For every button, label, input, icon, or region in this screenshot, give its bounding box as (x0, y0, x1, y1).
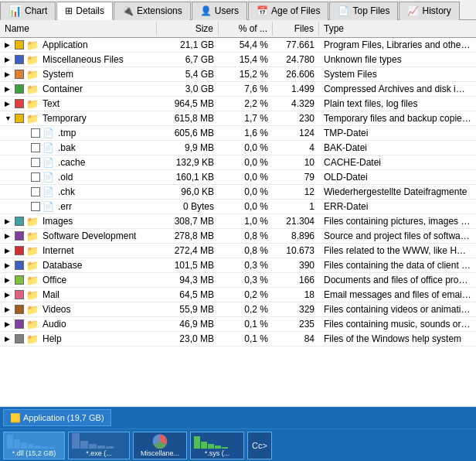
tab-users[interactable]: 👤 Users (192, 2, 247, 20)
cell-type: Wiederhergestellte Dateifragmente (319, 186, 476, 198)
taskbar-app-btn[interactable]: 🟨 Application (19,7 GB) (3, 409, 111, 426)
cell-percent: 0,0 % (219, 156, 273, 169)
table-row[interactable]: ▶ 📁 Software Development 278,8 MB 0,8 % … (0, 229, 476, 244)
row-name-label: Temporary (42, 113, 87, 124)
cell-type: CACHE-Datei (319, 156, 476, 169)
thumb-exe[interactable]: *.exe (... (68, 432, 130, 459)
table-row[interactable]: 📄 .cache 132,9 KB 0,0 % 10 CACHE-Datei (0, 155, 476, 170)
thumb-dll[interactable]: *.dll (15,2 GB) (3, 432, 65, 459)
file-icon: 📄 (42, 157, 54, 168)
cell-type: ERR-Datei (319, 200, 476, 213)
table-row[interactable]: ▶ 📁 Audio 46,9 MB 0,1 % 235 Files contai… (0, 317, 476, 332)
expand-arrow[interactable]: ▶ (5, 56, 12, 63)
expand-arrow[interactable]: ▶ (5, 232, 12, 240)
table-row[interactable]: ▶ 📁 Text 964,5 MB 2,2 % 4.329 Plain text… (0, 97, 476, 111)
col-type[interactable]: Type (319, 22, 476, 36)
tab-extensions[interactable]: 🔌 Extensions (114, 2, 191, 20)
row-name-label: Text (42, 98, 60, 109)
cell-files: 10.673 (273, 244, 319, 257)
row-name-label: .chk (58, 186, 75, 197)
tab-top-files[interactable]: 📄 Top Files (329, 2, 398, 20)
cell-type: Files containing music, sounds or playli… (319, 318, 476, 330)
color-indicator (15, 99, 24, 108)
table-row[interactable]: ▶ 📁 Images 308,7 MB 1,0 % 21.304 Files c… (0, 214, 476, 229)
expand-arrow[interactable]: ▶ (5, 85, 12, 93)
table-row[interactable]: ▶ 📁 Database 101,5 MB 0,3 % 390 Files co… (0, 258, 476, 273)
cell-size: 55,9 MB (157, 303, 219, 316)
details-icon: ⊞ (65, 5, 73, 16)
expand-arrow[interactable]: ▶ (5, 41, 12, 49)
tab-chart[interactable]: 📊 Chart (0, 2, 56, 20)
table-row[interactable]: 📄 .chk 96,0 KB 0,0 % 12 Wiederhergestell… (0, 185, 476, 200)
thumb-misc[interactable]: Miscellane... (133, 432, 187, 459)
table-row[interactable]: ▼ 📁 Temporary 615,8 MB 1,7 % 230 Tempora… (0, 111, 476, 126)
row-name-label: .err (58, 201, 72, 212)
row-name-label: Software Development (42, 230, 136, 241)
cell-size: 94,3 MB (157, 274, 219, 286)
cell-name: ▶ 📁 Images (0, 215, 157, 228)
col-percent[interactable]: % of ... (219, 22, 273, 36)
cell-percent: 2,2 % (219, 97, 273, 110)
expand-arrow[interactable]: ▼ (5, 114, 12, 122)
top-files-icon: 📄 (338, 5, 349, 16)
folder-icon: 📁 (26, 260, 39, 271)
color-indicator (15, 319, 24, 329)
cell-name: ▶ 📁 Text (0, 97, 157, 111)
table-row[interactable]: 📄 .bak 9,9 MB 0,0 % 4 BAK-Datei (0, 141, 476, 155)
tab-age-of-files[interactable]: 📅 Age of Files (248, 2, 328, 20)
expand-arrow[interactable]: ▶ (5, 100, 12, 108)
cell-name: 📄 .cache (0, 156, 157, 169)
folder-icon: 📁 (26, 319, 39, 330)
cell-percent: 0,8 % (219, 230, 273, 242)
expand-arrow[interactable]: ▶ (5, 276, 12, 284)
color-indicator (15, 70, 24, 79)
cell-files: 10 (273, 156, 319, 169)
expand-arrow[interactable]: ▶ (5, 335, 12, 343)
cell-percent: 54,4 % (219, 39, 273, 51)
cell-type: System Files (319, 68, 476, 80)
table-row[interactable]: ▶ 📁 System 5,4 GB 15,2 % 26.606 System F… (0, 67, 476, 82)
expand-arrow[interactable]: ▶ (5, 320, 12, 328)
cell-name: ▼ 📁 Temporary (0, 112, 157, 125)
cell-size: 3,0 GB (157, 83, 219, 95)
table-row[interactable]: 📄 .tmp 605,6 MB 1,6 % 124 TMP-Datei (0, 126, 476, 141)
col-size[interactable]: Size (157, 22, 219, 36)
col-files[interactable]: Files (273, 22, 319, 36)
table-row[interactable]: ▶ 📁 Container 3,0 GB 7,6 % 1.499 Compres… (0, 82, 476, 97)
table-row[interactable]: ▶ 📁 Internet 272,4 MB 0,8 % 10.673 Files… (0, 244, 476, 258)
table-row[interactable]: ▶ 📁 Application 21,1 GB 54,4 % 77.661 Pr… (0, 38, 476, 53)
cell-name: ▶ 📁 Help (0, 333, 157, 346)
expand-arrow[interactable]: ▶ (5, 306, 12, 313)
expand-arrow[interactable]: ▶ (5, 291, 12, 299)
cell-name: ▶ 📁 Videos (0, 303, 157, 316)
cell-type: Files containing the data of client and … (319, 259, 476, 271)
expand-arrow[interactable]: ▶ (5, 217, 12, 225)
cell-files: 230 (273, 112, 319, 125)
table-row[interactable]: ▶ 📁 Mail 64,5 MB 0,2 % 18 Email messages… (0, 288, 476, 302)
table-row[interactable]: ▶ 📁 Help 23,0 MB 0,1 % 84 Files of the W… (0, 332, 476, 347)
cell-size: 132,9 KB (157, 156, 219, 169)
table-row[interactable]: ▶ 📁 Miscellaneous Files 6,7 GB 15,4 % 24… (0, 53, 476, 67)
thumb-sys[interactable]: *.sys (... (190, 432, 244, 459)
cell-size: 160,1 KB (157, 171, 219, 183)
color-indicator (31, 202, 40, 211)
color-indicator (15, 305, 24, 314)
expand-arrow[interactable]: ▶ (5, 261, 12, 269)
cell-size: 101,5 MB (157, 259, 219, 271)
expand-arrow[interactable]: ▶ (5, 70, 12, 78)
cell-size: 272,4 MB (157, 244, 219, 257)
table-row[interactable]: 📄 .err 0 Bytes 0,0 % 1 ERR-Datei (0, 200, 476, 214)
thumb-cc[interactable]: Cc> (247, 432, 272, 459)
tab-bar: 📊 Chart ⊞ Details 🔌 Extensions 👤 Users 📅… (0, 0, 476, 20)
thumb-exe-label: *.exe (... (86, 449, 112, 457)
table-row[interactable]: 📄 .old 160,1 KB 0,0 % 79 OLD-Datei (0, 170, 476, 185)
folder-icon: 📁 (26, 69, 39, 80)
cell-percent: 1,7 % (219, 112, 273, 125)
table-row[interactable]: ▶ 📁 Office 94,3 MB 0,3 % 166 Documents a… (0, 273, 476, 288)
tab-details[interactable]: ⊞ Details (56, 2, 113, 20)
col-name[interactable]: Name (0, 22, 157, 36)
expand-arrow[interactable]: ▶ (5, 247, 12, 254)
table-row[interactable]: ▶ 📁 Videos 55,9 MB 0,2 % 329 Files conta… (0, 302, 476, 317)
color-indicator (31, 143, 40, 152)
tab-history[interactable]: 📈 History (399, 2, 459, 20)
